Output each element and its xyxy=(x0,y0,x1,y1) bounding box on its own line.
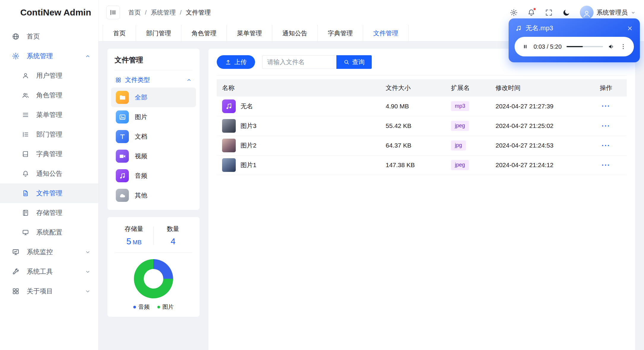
file-type-section-toggle[interactable]: 文件类型 xyxy=(115,70,192,88)
notifications-button[interactable] xyxy=(527,9,535,17)
file-name: 图片1 xyxy=(240,161,257,169)
stat-count: 数量 4 xyxy=(154,225,193,246)
fullscreen-icon[interactable] xyxy=(545,9,553,17)
table-row[interactable]: 图片3 55.42 KB jpeg 2024-04-27 21:25:02 ··… xyxy=(217,116,627,136)
bell-icon xyxy=(22,170,29,177)
pause-icon[interactable] xyxy=(522,43,529,50)
image-icon xyxy=(116,110,129,123)
tab-roles[interactable]: 角色管理 xyxy=(181,25,227,41)
close-icon[interactable] xyxy=(626,25,633,32)
breadcrumb-home[interactable]: 首页 xyxy=(128,8,141,17)
volume-icon[interactable] xyxy=(608,43,615,50)
type-item-all[interactable]: 全部 xyxy=(111,88,196,107)
search-button-label: 查询 xyxy=(352,58,365,66)
file-ext-cell: jpg xyxy=(446,136,490,155)
table-row[interactable]: 图片1 147.38 KB jpeg 2024-04-27 21:24:12 ·… xyxy=(217,155,627,175)
sidebar-group-system[interactable]: 系统管理 xyxy=(0,46,98,66)
player-progress-slider[interactable] xyxy=(567,46,603,47)
sidebar-item-notices[interactable]: 通知公告 xyxy=(0,164,98,183)
table-row[interactable]: 无名 4.90 MB mp3 2024-04-27 21:27:39 ··· xyxy=(217,96,627,116)
type-item-image[interactable]: 图片 xyxy=(111,107,196,127)
player-time: 0:03 / 5:20 xyxy=(534,43,562,50)
sidebar-item-home[interactable]: 首页 xyxy=(0,27,98,46)
legend-dot-image xyxy=(157,306,160,308)
sidebar-item-dicts[interactable]: 字典管理 xyxy=(0,144,98,164)
dark-mode-moon-icon[interactable] xyxy=(562,9,570,17)
table-row[interactable]: 图片2 64.37 KB jpg 2024-04-27 21:24:53 ··· xyxy=(217,136,627,155)
breadcrumb-current: 文件管理 xyxy=(186,8,211,17)
file-ext-cell: jpeg xyxy=(446,155,490,175)
kebab-menu-icon[interactable] xyxy=(620,43,627,50)
row-more-button[interactable]: ··· xyxy=(602,161,610,169)
type-item-document[interactable]: 文档 xyxy=(111,127,196,146)
collapse-sidebar-button[interactable] xyxy=(106,6,120,19)
column-header-ext: 扩展名 xyxy=(446,79,490,96)
legend-item-audio: 音频 xyxy=(133,303,150,311)
legend-label: 音频 xyxy=(138,303,150,311)
file-ext-badge: jpeg xyxy=(451,160,469,170)
breadcrumb-separator: / xyxy=(145,9,147,16)
settings-gear-icon[interactable] xyxy=(510,9,518,17)
sidebar-group-about[interactable]: 关于项目 xyxy=(0,281,98,301)
chevron-up-icon xyxy=(85,53,91,59)
tab-menus[interactable]: 菜单管理 xyxy=(227,25,272,41)
avatar[interactable] xyxy=(580,6,594,19)
tab-departments[interactable]: 部门管理 xyxy=(136,25,181,41)
storage-stats: 存储量 5MB 数量 4 xyxy=(115,225,192,246)
type-label: 视频 xyxy=(135,152,147,160)
stat-storage-value: 5MB xyxy=(115,237,154,246)
file-ext-badge: jpg xyxy=(451,140,466,150)
type-item-audio[interactable]: 音频 xyxy=(111,166,196,186)
search-icon xyxy=(344,59,349,65)
type-item-other[interactable]: 其他 xyxy=(111,186,196,205)
storage-stats-card: 存储量 5MB 数量 4 音频 xyxy=(107,217,200,317)
file-time-cell: 2024-04-27 21:27:39 xyxy=(490,96,585,116)
sidebar-item-storage[interactable]: 存储管理 xyxy=(0,203,98,223)
file-name-search-input[interactable] xyxy=(262,55,336,69)
sidebar-group-tools[interactable]: 系统工具 xyxy=(0,262,98,281)
sidebar-item-users[interactable]: 用户管理 xyxy=(0,66,98,85)
type-label: 文档 xyxy=(135,132,147,141)
breadcrumb-system[interactable]: 系统管理 xyxy=(151,8,176,17)
chart-legend: 音频 图片 xyxy=(115,303,192,311)
notification-dot xyxy=(533,7,536,11)
stats-horizontal-divider xyxy=(115,252,192,253)
upload-button[interactable]: 上传 xyxy=(217,55,255,69)
row-more-button[interactable]: ··· xyxy=(602,142,610,149)
sidebar-item-label: 存储管理 xyxy=(36,208,62,217)
tab-files[interactable]: 文件管理 xyxy=(363,25,409,41)
users-icon xyxy=(22,92,29,99)
search-button[interactable]: 查询 xyxy=(336,55,372,69)
audio-file-icon xyxy=(222,99,236,113)
type-item-video[interactable]: 视频 xyxy=(111,146,196,166)
sidebar-item-label: 用户管理 xyxy=(36,71,62,80)
file-size-cell: 4.90 MB xyxy=(380,96,446,116)
dictionary-icon xyxy=(22,151,29,158)
file-table: 名称 文件大小 扩展名 修改时间 操作 无名 xyxy=(217,79,627,175)
row-more-button[interactable]: ··· xyxy=(602,122,610,130)
breadcrumb-separator: / xyxy=(180,9,182,16)
sidebar-menu: 首页 系统管理 用户管理 角色管理 菜单管理 部门管理 字典管理 xyxy=(0,25,98,301)
sidebar-item-files[interactable]: 文件管理 xyxy=(0,183,98,203)
monitor-icon xyxy=(22,229,29,236)
tab-dicts[interactable]: 字典管理 xyxy=(318,25,363,41)
type-label: 全部 xyxy=(135,93,147,102)
column-header-actions: 操作 xyxy=(585,79,627,96)
file-time-cell: 2024-04-27 21:24:53 xyxy=(490,136,585,155)
sidebar-item-config[interactable]: 系统配置 xyxy=(0,223,98,242)
row-more-button[interactable]: ··· xyxy=(602,102,610,110)
sidebar-item-menus[interactable]: 菜单管理 xyxy=(0,105,98,125)
table-header-row: 名称 文件大小 扩展名 修改时间 操作 xyxy=(217,79,627,96)
legend-dot-audio xyxy=(133,306,136,308)
user-menu[interactable]: 系统管理员 xyxy=(580,6,636,19)
page-title: 文件管理 xyxy=(115,55,192,70)
stat-count-value: 4 xyxy=(154,237,193,246)
sidebar-item-departments[interactable]: 部门管理 xyxy=(0,125,98,144)
sidebar-group-monitoring[interactable]: 系统监控 xyxy=(0,242,98,262)
stat-storage-label: 存储量 xyxy=(115,225,154,233)
app-logo[interactable]: ContiNew Admin xyxy=(0,0,98,25)
tab-notices[interactable]: 通知公告 xyxy=(272,25,318,41)
sidebar-item-label: 角色管理 xyxy=(36,91,62,100)
sidebar-item-roles[interactable]: 角色管理 xyxy=(0,85,98,105)
tab-home[interactable]: 首页 xyxy=(103,25,136,41)
